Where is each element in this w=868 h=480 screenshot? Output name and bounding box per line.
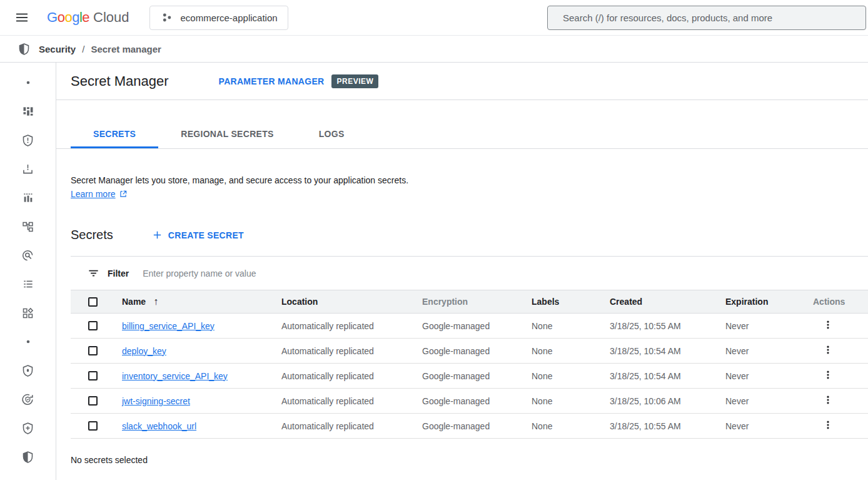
top-app-bar: Google Cloud ecommerce-application [0, 0, 868, 36]
table-row: slack_webhook_url Automatically replicat… [71, 414, 868, 439]
secret-name-link[interactable]: deploy_key [122, 346, 166, 356]
cell-location: Automatically replicated [275, 346, 416, 356]
dot-icon[interactable] [13, 68, 43, 97]
column-header-expiration: Expiration [719, 297, 807, 307]
google-logo-wordmark: Google [47, 9, 89, 26]
tab-regional-secrets[interactable]: REGIONAL SECRETS [158, 129, 296, 148]
cell-encryption: Google-managed [416, 321, 525, 331]
page-header: Secret Manager PARAMETER MANAGER PREVIEW [56, 63, 868, 100]
selection-status-text: No secrets selected [71, 455, 868, 465]
column-header-created: Created [603, 297, 719, 307]
row-actions-menu-icon[interactable] [822, 393, 834, 407]
row-checkbox[interactable] [88, 421, 98, 431]
table-row: billing_service_API_key Automatically re… [71, 314, 868, 339]
breadcrumb-separator: / [82, 44, 84, 54]
google-cloud-logo[interactable]: Google Cloud [47, 9, 129, 26]
list-icon[interactable] [13, 270, 43, 299]
learn-more-link[interactable]: Learn more [71, 189, 128, 199]
page-title: Secret Manager [71, 73, 169, 89]
dashboard-icon[interactable] [13, 97, 43, 126]
table-row: jwt-signing-secret Automatically replica… [71, 389, 868, 414]
cell-expiration: Never [719, 371, 807, 381]
search-bar[interactable] [547, 6, 866, 30]
shield-dot-icon[interactable] [13, 356, 43, 385]
secret-name-link[interactable]: slack_webhook_url [122, 421, 196, 431]
cell-encryption: Google-managed [416, 371, 525, 381]
bar-chart-icon[interactable] [13, 183, 43, 212]
cell-expiration: Never [719, 421, 807, 431]
select-all-checkbox[interactable] [88, 297, 98, 307]
row-actions-menu-icon[interactable] [822, 318, 834, 332]
project-icon [160, 11, 174, 24]
cell-labels: None [525, 321, 603, 331]
create-secret-label: CREATE SECRET [168, 230, 244, 240]
learn-more-label: Learn more [71, 189, 116, 199]
plus-icon [152, 230, 163, 240]
filter-input[interactable] [141, 268, 868, 279]
shield-half-icon[interactable] [13, 442, 43, 471]
cell-location: Automatically replicated [275, 371, 416, 381]
breadcrumb-section[interactable]: Security [39, 44, 76, 54]
sort-ascending-icon[interactable]: ↑ [153, 296, 158, 307]
secret-name-link[interactable]: inventory_service_API_key [122, 371, 228, 381]
row-actions-menu-icon[interactable] [822, 343, 834, 357]
table-row: inventory_service_API_key Automatically … [71, 364, 868, 389]
external-link-icon [119, 190, 128, 198]
left-nav-sidebar [0, 63, 56, 480]
filter-row: Filter [71, 257, 868, 290]
project-name: ecommerce-application [181, 13, 278, 23]
page-description: Secret Manager lets you store, manage, a… [71, 174, 868, 186]
cell-encryption: Google-managed [416, 346, 525, 356]
cell-labels: None [525, 346, 603, 356]
project-selector[interactable]: ecommerce-application [149, 6, 288, 30]
cell-labels: None [525, 396, 603, 406]
table-header-row: Name ↑ Location Encryption Labels Create… [71, 290, 868, 314]
cell-location: Automatically replicated [275, 396, 416, 406]
row-checkbox[interactable] [88, 371, 98, 380]
filter-label: Filter [108, 268, 129, 278]
dot-icon[interactable] [13, 327, 43, 356]
cell-created: 3/18/25, 10:55 AM [603, 321, 719, 331]
tab-logs[interactable]: LOGS [296, 129, 367, 148]
table-row: deploy_key Automatically replicated Goog… [71, 339, 868, 364]
cell-created: 3/18/25, 10:55 AM [603, 421, 719, 431]
search-input[interactable] [548, 13, 865, 23]
breadcrumb: Security / Secret manager [0, 36, 868, 63]
secrets-section-title: Secrets [71, 228, 113, 242]
row-actions-menu-icon[interactable] [822, 418, 834, 432]
menu-icon[interactable] [13, 9, 31, 26]
row-checkbox[interactable] [88, 321, 98, 330]
main-content: Secret Manager PARAMETER MANAGER PREVIEW… [56, 63, 868, 480]
assets-icon[interactable] [13, 299, 43, 327]
row-actions-menu-icon[interactable] [822, 368, 834, 382]
row-checkbox[interactable] [88, 396, 98, 406]
filter-icon [88, 267, 99, 279]
preview-badge: PREVIEW [331, 74, 378, 88]
cell-labels: None [525, 421, 603, 431]
tree-icon[interactable] [13, 212, 43, 241]
cloud-wordmark: Cloud [93, 9, 129, 26]
secret-name-link[interactable]: billing_service_API_key [122, 321, 214, 331]
tab-secrets[interactable]: SECRETS [71, 129, 158, 148]
cell-labels: None [525, 371, 603, 381]
secret-name-link[interactable]: jwt-signing-secret [122, 396, 190, 406]
shield-alert-icon[interactable] [13, 126, 43, 155]
tab-bar: SECRETS REGIONAL SECRETS LOGS [56, 100, 868, 149]
cell-expiration: Never [719, 346, 807, 356]
saved-search-icon[interactable] [13, 241, 43, 270]
secrets-table: Filter Name ↑ Location Encryption Labels… [71, 256, 868, 439]
cell-created: 3/18/25, 10:06 AM [603, 396, 719, 406]
column-header-name[interactable]: Name [122, 297, 146, 307]
column-header-encryption: Encryption [416, 297, 525, 307]
create-secret-button[interactable]: CREATE SECRET [152, 230, 244, 240]
cell-expiration: Never [719, 396, 807, 406]
cell-encryption: Google-managed [416, 396, 525, 406]
row-checkbox[interactable] [88, 346, 98, 355]
cell-created: 3/18/25, 10:54 AM [603, 346, 719, 356]
shield-plus-icon[interactable] [13, 414, 43, 442]
compliance-icon[interactable] [13, 385, 43, 414]
tray-alert-icon[interactable] [13, 155, 43, 183]
parameter-manager-link[interactable]: PARAMETER MANAGER [219, 76, 325, 86]
secrets-heading-row: Secrets CREATE SECRET [71, 228, 868, 242]
cell-expiration: Never [719, 321, 807, 331]
